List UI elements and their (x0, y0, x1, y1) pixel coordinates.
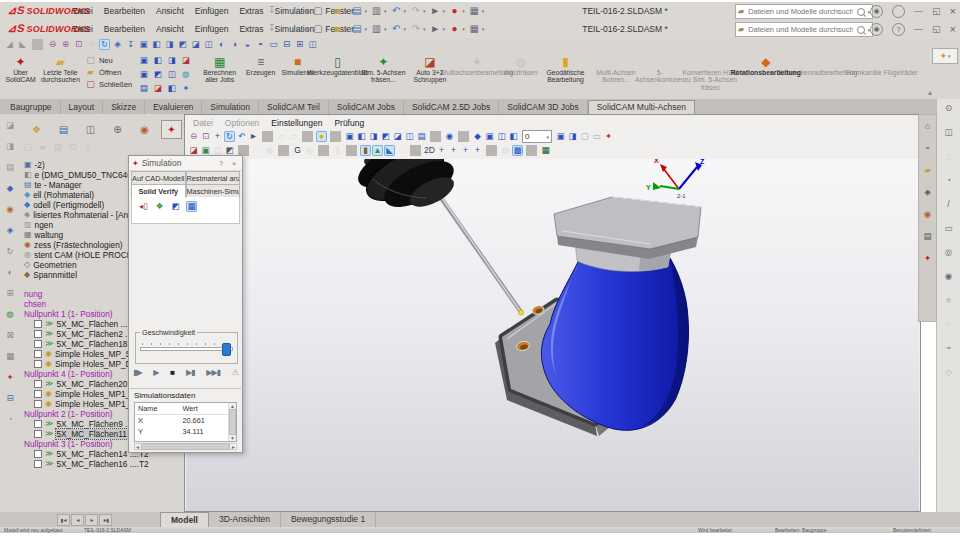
dialog-close-button[interactable]: × (229, 159, 239, 168)
command-tab[interactable]: Skizze (103, 101, 145, 114)
tree-item[interactable]: ≫ 5X_MC_Flächen16 ....T2 (22, 459, 184, 469)
qat-icon[interactable]: ►▾ (429, 5, 446, 18)
tree-item-checkbox[interactable] (34, 360, 42, 368)
ribbon-button[interactable]: ◌Flügelräder (882, 54, 919, 92)
ribbon-button[interactable]: ◌Konvertieren HSM zu Sim. 5-Achsen fräse… (679, 54, 741, 92)
heads-up-icon[interactable]: ◢ (4, 39, 15, 50)
sim-toolbar-icon[interactable]: ⊖ (188, 131, 199, 142)
dialog-tab[interactable]: Solid Verify (131, 184, 186, 197)
task-pane-icon[interactable]: ◓ (922, 143, 933, 154)
sim-toolbar-icon[interactable]: ↶ (236, 131, 247, 142)
task-pane-icon[interactable]: ▰ (922, 165, 933, 176)
sim-toolbar-icon[interactable]: ◆ (472, 131, 483, 142)
sim-toolbar-icon[interactable]: ● (316, 131, 327, 142)
heads-up-icon[interactable]: ⊖ (47, 39, 58, 50)
help-icon[interactable] (892, 5, 905, 18)
right-strip-icon[interactable]: / (943, 199, 954, 210)
dialog-tab[interactable]: Auf CAD-Modell (131, 171, 186, 184)
qat-icon[interactable]: ▢▾ (312, 23, 329, 36)
left-strip-icon[interactable]: ◐ (5, 267, 16, 278)
sim-toolbar-icon[interactable] (458, 131, 469, 142)
left-strip-icon[interactable]: ▦ (5, 351, 16, 362)
sim-toolbar-icon[interactable]: ▮ (360, 145, 371, 156)
sim-toolbar-icon[interactable]: + (212, 131, 223, 142)
playback-button[interactable]: ▮▶ (133, 368, 142, 377)
command-tab[interactable]: Simulation (202, 101, 259, 114)
right-strip-icon[interactable]: ◫ (943, 127, 954, 138)
command-tab[interactable]: SolidCAM 2.5D Jobs (404, 101, 499, 114)
sim-toolbar-icon[interactable]: ▱ (276, 131, 287, 142)
heads-up-icon[interactable]: ⊕ (60, 39, 71, 50)
tree-item-checkbox[interactable] (34, 330, 42, 338)
playback-button[interactable]: ▶▮ (186, 368, 195, 377)
qat-icon[interactable]: ►▾ (429, 23, 446, 36)
sim-toolbar-icon[interactable]: ◍ (264, 145, 275, 156)
task-pane-icon[interactable]: ◈ (922, 187, 933, 198)
table-row[interactable]: Z -140.257 (135, 438, 236, 442)
heads-up-icon[interactable] (32, 39, 43, 50)
view-cube-icon[interactable]: ✦ (180, 83, 191, 94)
qat-icon[interactable]: ↷▾ (409, 5, 426, 18)
ribbon-button[interactable]: ◌Multi-Achsen Bohren... (592, 54, 640, 92)
heads-up-icon[interactable]: ◩ (177, 39, 188, 50)
ribbon-button[interactable]: ▦Berechnen aller Jobs (197, 54, 242, 92)
sim-toolbar-icon[interactable]: ◧ (508, 131, 519, 142)
left-strip-icon[interactable]: ◨ (5, 141, 16, 152)
minimize-button[interactable]: — (914, 6, 923, 16)
qat-icon[interactable]: ▤▾ (351, 23, 368, 36)
menu-item[interactable]: Extras (239, 24, 263, 34)
sim-toolbar-icon[interactable]: ▭ (591, 131, 602, 142)
sim-toolbar-icon[interactable]: ▣ (344, 131, 355, 142)
simulation-menu-item[interactable]: Datei (193, 118, 213, 128)
ribbon-file-button[interactable]: ▰Öffnen (85, 67, 132, 78)
sheet-tab[interactable]: 3D-Ansichten (209, 512, 281, 527)
sim-toolbar-icon[interactable]: + (472, 145, 483, 156)
sheet-nav-button[interactable]: ▮◄ (57, 514, 70, 526)
ribbon-button[interactable]: ◌Kanten brechen (919, 54, 920, 92)
tree-item-checkbox[interactable] (34, 390, 42, 398)
sim-toolbar-icon[interactable]: ◧ (356, 131, 367, 142)
sim-toolbar-icon[interactable] (318, 145, 329, 156)
qat-icon[interactable]: ⌂▾ (292, 5, 309, 18)
speed-slider[interactable] (140, 343, 233, 353)
heads-up-icon[interactable]: ∷ (320, 39, 331, 50)
slider-handle[interactable] (222, 343, 231, 356)
view-cube-icon[interactable]: ◍ (180, 69, 191, 80)
menu-item[interactable]: Extras (239, 6, 263, 16)
sim-toolbar-icon[interactable]: ▲ (372, 145, 383, 156)
ribbon-button[interactable]: ✦Multiachsenbearbeitung (452, 54, 502, 92)
table-row[interactable]: X 20.661 (135, 415, 236, 427)
sim-toolbar-icon[interactable] (262, 131, 273, 142)
vertical-scrollbar[interactable]: ▲ ▼ (228, 403, 236, 441)
heads-up-icon[interactable]: ◫ (307, 39, 318, 50)
simulation-menu-item[interactable]: Optionen (225, 118, 260, 128)
qat-icon[interactable]: ↶▾ (390, 5, 407, 18)
view-cube-icon[interactable]: ◧ (152, 55, 163, 66)
qat-icon[interactable]: ▥▾ (370, 23, 387, 36)
dialog-option-icon[interactable]: ◂▯ (138, 201, 149, 212)
sim-toolbar-icon[interactable] (430, 131, 441, 142)
qat-icon[interactable]: ▥▾ (370, 5, 387, 18)
dialog-help-button[interactable]: ? (216, 159, 226, 168)
sim-toolbar-icon[interactable]: ◌ (252, 145, 263, 156)
scroll-thumb[interactable] (229, 409, 236, 435)
sim-toolbar-icon[interactable]: ◨ (567, 131, 578, 142)
right-strip-icon[interactable]: ⊙ (943, 103, 954, 114)
left-strip-icon[interactable]: ◉ (5, 204, 16, 215)
ribbon-button[interactable]: ≡Erzeugen (242, 54, 279, 92)
sim-toolbar-icon[interactable]: G (292, 145, 303, 156)
sheet-nav-button[interactable]: ► (85, 514, 98, 526)
heads-up-icon[interactable]: ▣ (138, 39, 149, 50)
heads-up-icon[interactable]: ◧ (151, 39, 162, 50)
qat-icon[interactable]: ●▾ (448, 23, 465, 36)
qat-icon[interactable]: ●▾ (448, 5, 465, 18)
heads-up-icon[interactable]: ⊞ (294, 39, 305, 50)
heads-up-icon[interactable]: ◒ (242, 39, 253, 50)
sim-toolbar-icon[interactable]: ► (248, 131, 259, 142)
left-strip-icon[interactable]: ⊠ (5, 330, 16, 341)
ribbon-button[interactable]: ✦Sim. 5-Achsen fräsen... (359, 54, 408, 92)
ribbon-button[interactable]: ◍Wälzfräsen (502, 54, 539, 92)
sim-toolbar-icon[interactable]: ▢ (579, 131, 590, 142)
command-tab[interactable]: SolidCAM Multi-Achsen (588, 100, 695, 114)
view-cube-icon[interactable]: ▣ (138, 55, 149, 66)
